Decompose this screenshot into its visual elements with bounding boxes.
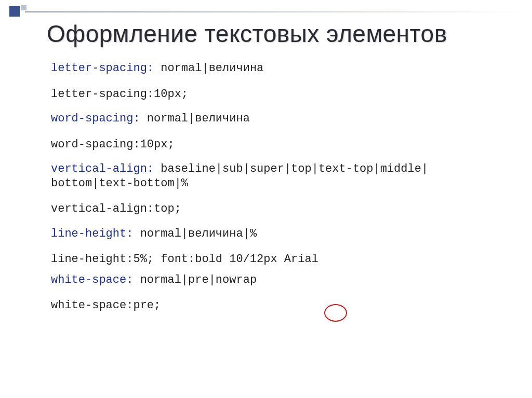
slide-title: Оформление текстовых элементов [47,20,447,48]
example-line-height: line-height:5%; font:bold 10/12px Arial [51,252,501,267]
colon: : [126,227,140,240]
val-letter-spacing: normal|величина [161,62,263,75]
rule-letter-spacing: letter-spacing: normal|величина [51,61,501,76]
example-letter-spacing: letter-spacing:10px; [51,87,501,102]
example-white-space: white-space:pre; [51,298,501,313]
decor-square-big [9,6,20,17]
decor-squares [9,6,26,17]
val-white-space: normal|pre|nowrap [140,273,257,286]
decor-line [25,11,526,12]
colon: : [147,62,161,75]
example-word-spacing: word-spacing:10px; [51,138,501,152]
slide: Оформление текстовых элементов letter-sp… [0,0,532,398]
rule-word-spacing: word-spacing: normal|величина [51,112,501,126]
prop-white-space: white-space [51,273,126,286]
prop-line-height: line-height [51,227,126,240]
rule-vertical-align: vertical-align: baseline|sub|super|top|t… [51,162,501,190]
val-word-spacing: normal|величина [147,112,250,125]
colon: : [133,112,147,125]
content: letter-spacing: normal|величина letter-s… [51,61,501,323]
rule-line-height: line-height: normal|величина|% [51,227,501,241]
colon: : [126,273,140,286]
val-line-height: normal|величина|% [140,227,257,240]
example-vertical-align: vertical-align:top; [51,202,501,216]
rule-white-space: white-space: normal|pre|nowrap [51,273,501,287]
prop-word-spacing: word-spacing [51,112,133,125]
decor-square-small [21,5,26,10]
prop-letter-spacing: letter-spacing [51,62,147,75]
colon: : [147,162,161,175]
prop-vertical-align: vertical-align [51,162,147,175]
